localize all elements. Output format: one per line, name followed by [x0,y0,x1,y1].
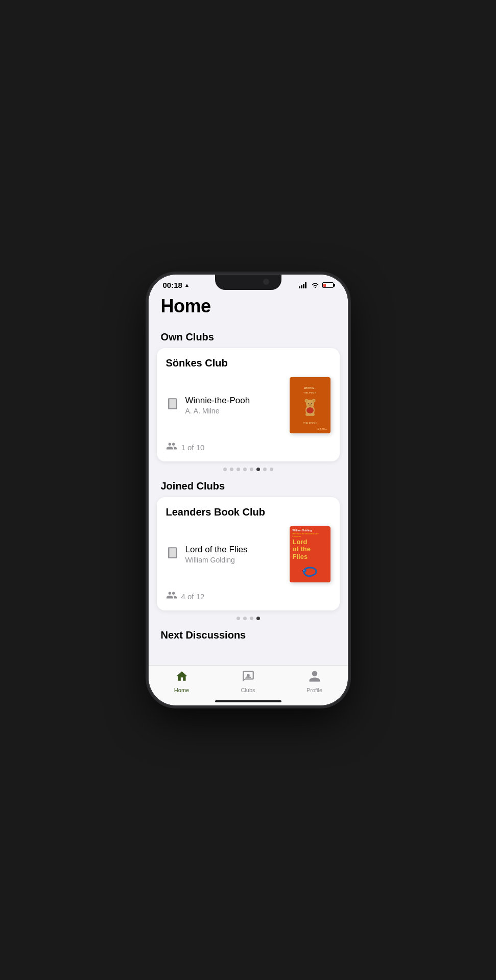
joined-dot-2 [243,617,247,620]
home-tab-label: Home [174,687,189,693]
joined-dot-4 [256,617,260,620]
page-header: Home [149,291,348,325]
signal-icon [299,282,308,288]
sonkes-book-row: Winnie-the-Pooh A. A. Milne WINNIE- THE-… [166,377,330,433]
svg-rect-1 [301,285,302,288]
dot-5 [250,468,253,471]
sonkes-book-author: A. A. Milne [185,407,250,415]
leanders-book-title: Lord of the Flies [185,545,248,555]
svg-point-21 [303,570,304,571]
sonkes-book-title: Winnie-the-Pooh [185,396,250,406]
leanders-book-info: Lord of the Flies William Golding [166,545,248,564]
svg-rect-0 [299,286,300,288]
page-title: Home [161,296,336,317]
clubs-tab-label: Clubs [241,687,255,693]
tab-profile[interactable]: Profile [297,670,333,693]
status-time: 00:18 ▲ [163,281,190,289]
notch-camera [263,279,269,285]
svg-rect-2 [303,284,304,288]
notch [215,275,281,290]
main-content: Home Own Clubs Sönkes Club [149,291,348,665]
svg-rect-3 [305,282,306,288]
leanders-club-name: Leanders Book Club [166,506,330,518]
battery-icon [322,282,334,288]
home-indicator [215,700,281,702]
dot-1 [223,468,227,471]
dot-4 [243,468,247,471]
clubs-icon [242,670,255,686]
svg-point-4 [314,286,315,287]
people-icon [166,440,177,454]
sonkes-club-card[interactable]: Sönkes Club Winnie-the-Pooh A. A [157,348,340,461]
next-discussions-section-title: Next Discussions [149,623,348,646]
leanders-book-text: Lord of the Flies William Golding [185,545,248,564]
svg-point-17 [305,413,310,416]
joined-dot-1 [237,617,240,620]
own-clubs-section-title: Own Clubs [149,325,348,348]
sonkes-book-text: Winnie-the-Pooh A. A. Milne [185,396,250,415]
leanders-members-row: 4 of 12 [166,590,330,603]
book-icon [166,397,179,413]
status-icons [299,282,334,288]
svg-point-16 [306,407,314,413]
svg-point-24 [247,674,249,676]
dot-2 [230,468,233,471]
location-icon: ▲ [184,282,190,288]
leanders-book-author: William Golding [185,556,248,564]
wifi-icon [311,282,319,288]
pooh-book-cover: WINNIE- THE-POOH [290,377,330,433]
leanders-book-row: Lord of the Flies William Golding Willia… [166,526,330,582]
phone-frame: 00:18 ▲ [149,275,348,705]
joined-clubs-dots [149,610,348,623]
sonkes-club-name: Sönkes Club [166,357,330,369]
svg-rect-5 [168,398,169,409]
tab-home[interactable]: Home [164,670,200,693]
svg-point-15 [310,404,311,405]
sonkes-members-row: 1 of 10 [166,440,330,454]
leanders-members-count: 4 of 12 [181,592,205,601]
svg-point-18 [311,413,315,416]
joined-dot-3 [250,617,253,620]
profile-icon [308,670,321,686]
tab-clubs[interactable]: Clubs [230,670,266,693]
tab-bar: Home Clubs Profile [149,665,348,705]
joined-clubs-section-title: Joined Clubs [149,474,348,497]
sonkes-book-info: Winnie-the-Pooh A. A. Milne [166,396,250,415]
own-clubs-dots [149,461,348,474]
book-icon-2 [166,546,179,562]
leanders-club-card[interactable]: Leanders Book Club Lord of the Flies [157,497,340,610]
svg-point-11 [313,400,315,402]
svg-point-10 [305,400,308,402]
screen: 00:18 ▲ [149,275,348,705]
home-icon [175,670,188,686]
dot-7 [263,468,267,471]
svg-point-12 [308,403,309,404]
svg-rect-19 [168,547,169,558]
sonkes-members-count: 1 of 10 [181,443,205,452]
dot-8 [270,468,273,471]
profile-tab-label: Profile [306,687,322,693]
time-display: 00:18 [163,281,182,289]
lotf-book-cover: William Golding Winner of the Nobel Priz… [290,526,330,582]
svg-point-13 [311,403,312,404]
people-icon-2 [166,590,177,603]
dot-3 [237,468,240,471]
dot-6 [256,468,260,471]
